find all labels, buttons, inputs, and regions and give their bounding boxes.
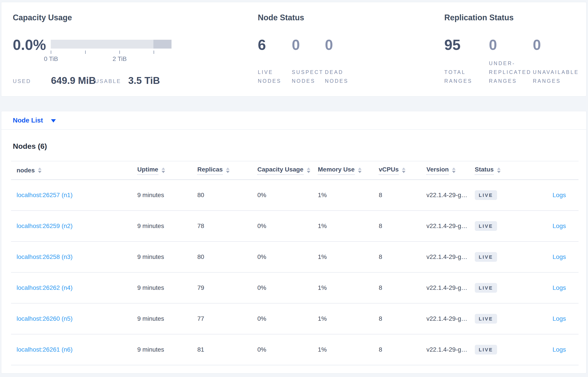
version-cell: v22.1.4-29-g… bbox=[421, 315, 469, 322]
node-status-stat-value: 0 bbox=[325, 37, 333, 52]
memory-use-cell: 1% bbox=[312, 346, 373, 353]
status-badge: LIVE bbox=[475, 252, 497, 262]
node-status-stat: 0SUSPECT NODES bbox=[292, 37, 325, 85]
column-header-label: Replicas bbox=[197, 166, 223, 175]
column-header-label: Memory Use bbox=[318, 166, 355, 175]
replication-status-section: Replication Status 95TOTAL RANGES0UNDER-… bbox=[444, 14, 586, 85]
cell-logs: Logs bbox=[520, 223, 578, 230]
sort-arrows-icon bbox=[307, 167, 310, 173]
nodes-table-header-row: nodesUptimeReplicasCapacity UsageMemory … bbox=[11, 161, 578, 180]
capacity-usage-title: Capacity Usage bbox=[13, 14, 245, 22]
status-badge: LIVE bbox=[475, 190, 497, 200]
node-status-stat-label: SUSPECT NODES bbox=[292, 68, 323, 85]
replicas-cell: 81 bbox=[192, 346, 252, 353]
column-header-uptime[interactable]: Uptime bbox=[132, 166, 192, 175]
uptime-cell: 9 minutes bbox=[132, 223, 192, 230]
version-cell: v22.1.4-29-g… bbox=[421, 253, 469, 260]
status-badge: LIVE bbox=[475, 314, 497, 324]
replication-status-title: Replication Status bbox=[444, 14, 586, 22]
node-list-card: Node List Nodes (6) nodesUptimeReplicasC… bbox=[1, 111, 587, 374]
uptime-cell: 9 minutes bbox=[132, 253, 192, 260]
capacity-usage-cell: 0% bbox=[252, 315, 312, 322]
node-list-selector[interactable]: Node List bbox=[1, 111, 586, 130]
sort-arrows-icon bbox=[226, 167, 230, 173]
replicas-cell: 79 bbox=[192, 284, 252, 291]
node-status-stat-value: 0 bbox=[292, 37, 300, 52]
chevron-down-icon bbox=[51, 119, 56, 122]
column-header-memory[interactable]: Memory Use bbox=[312, 166, 373, 175]
sort-arrows-icon bbox=[358, 167, 362, 173]
capacity-bar bbox=[51, 40, 172, 48]
column-header-replicas[interactable]: Replicas bbox=[192, 166, 252, 175]
cell-logs: Logs bbox=[520, 284, 578, 291]
capacity-usage-cell: 0% bbox=[252, 223, 312, 230]
column-header-node[interactable]: nodes bbox=[11, 167, 132, 174]
capacity-bar-dark-segment bbox=[153, 40, 172, 48]
replication-stat-value: 95 bbox=[444, 37, 460, 52]
version-cell: v22.1.4-29-g… bbox=[421, 192, 469, 199]
memory-use-cell: 1% bbox=[312, 315, 373, 322]
node-status-stats: 6LIVE NODES0SUSPECT NODES0DEAD NODES bbox=[258, 37, 434, 85]
column-header-status[interactable]: Status bbox=[469, 166, 520, 175]
cell-status: LIVE bbox=[469, 190, 520, 200]
cell-node: localhost:26258 (n3) bbox=[11, 253, 132, 260]
replicas-cell: 77 bbox=[192, 315, 252, 322]
version-cell: v22.1.4-29-g… bbox=[421, 223, 469, 230]
memory-use-cell: 1% bbox=[312, 223, 373, 230]
logs-link[interactable]: Logs bbox=[553, 284, 566, 291]
capacity-used-row: USED 649.9 MiB USABLE 3.5 TiB bbox=[13, 75, 245, 85]
replication-stat-value: 0 bbox=[489, 37, 497, 52]
capacity-axis-tick bbox=[119, 50, 120, 54]
node-status-stat: 6LIVE NODES bbox=[258, 37, 292, 85]
replication-stat-label: UNDER-REPLICATED RANGES bbox=[489, 59, 531, 85]
column-header-label: Capacity Usage bbox=[257, 166, 304, 175]
replicas-cell: 78 bbox=[192, 223, 252, 230]
replication-stat: 95TOTAL RANGES bbox=[444, 37, 489, 85]
node-link[interactable]: localhost:26261 (n6) bbox=[17, 346, 73, 353]
version-cell: v22.1.4-29-g… bbox=[421, 284, 469, 291]
uptime-cell: 9 minutes bbox=[132, 346, 192, 353]
memory-use-cell: 1% bbox=[312, 284, 373, 291]
cell-logs: Logs bbox=[520, 192, 578, 199]
sort-arrows-icon bbox=[162, 167, 165, 173]
node-link[interactable]: localhost:26262 (n4) bbox=[17, 284, 73, 291]
replicas-cell: 80 bbox=[192, 253, 252, 260]
cell-logs: Logs bbox=[520, 315, 578, 322]
table-row: localhost:26261 (n6)9 minutes810%1%8v22.… bbox=[11, 334, 578, 365]
capacity-axis-tick bbox=[85, 50, 86, 54]
cell-node: localhost:26261 (n6) bbox=[11, 346, 132, 353]
logs-link[interactable]: Logs bbox=[553, 223, 566, 230]
capacity-usage-cell: 0% bbox=[252, 284, 312, 291]
column-header-label: nodes bbox=[17, 167, 35, 174]
column-header-label: Uptime bbox=[137, 166, 158, 175]
node-link[interactable]: localhost:26260 (n5) bbox=[17, 315, 73, 322]
node-link[interactable]: localhost:26259 (n2) bbox=[17, 223, 73, 230]
node-status-title: Node Status bbox=[258, 14, 434, 22]
cell-node: localhost:26257 (n1) bbox=[11, 192, 132, 199]
column-header-capacity[interactable]: Capacity Usage bbox=[252, 166, 312, 175]
node-list-selector-label: Node List bbox=[13, 117, 43, 124]
node-link[interactable]: localhost:26257 (n1) bbox=[17, 192, 73, 199]
usable-value: 3.5 TiB bbox=[128, 76, 160, 85]
capacity-usage-gauge: 0 TiB2 TiB bbox=[51, 40, 172, 64]
table-row: localhost:26258 (n3)9 minutes800%1%8v22.… bbox=[11, 242, 578, 273]
node-status-stat-label: DEAD NODES bbox=[325, 68, 356, 85]
node-link[interactable]: localhost:26258 (n3) bbox=[17, 253, 73, 260]
cell-node: localhost:26260 (n5) bbox=[11, 315, 132, 322]
logs-link[interactable]: Logs bbox=[553, 315, 566, 322]
cell-logs: Logs bbox=[520, 346, 578, 353]
column-header-label: Status bbox=[475, 166, 494, 175]
capacity-axis-tick-label: 0 TiB bbox=[35, 55, 66, 63]
logs-link[interactable]: Logs bbox=[553, 346, 566, 353]
memory-use-cell: 1% bbox=[312, 253, 373, 260]
uptime-cell: 9 minutes bbox=[132, 284, 192, 291]
logs-link[interactable]: Logs bbox=[553, 192, 566, 199]
uptime-cell: 9 minutes bbox=[132, 315, 192, 322]
cell-node: localhost:26262 (n4) bbox=[11, 284, 132, 291]
column-header-label: vCPUs bbox=[379, 166, 399, 175]
column-header-version[interactable]: Version bbox=[421, 166, 469, 175]
cluster-summary-card: Capacity Usage 0.0% 0 TiB2 TiB USED 649.… bbox=[1, 2, 587, 96]
replicas-cell: 80 bbox=[192, 192, 252, 199]
logs-link[interactable]: Logs bbox=[553, 253, 566, 260]
column-header-vcpus[interactable]: vCPUs bbox=[373, 166, 421, 175]
